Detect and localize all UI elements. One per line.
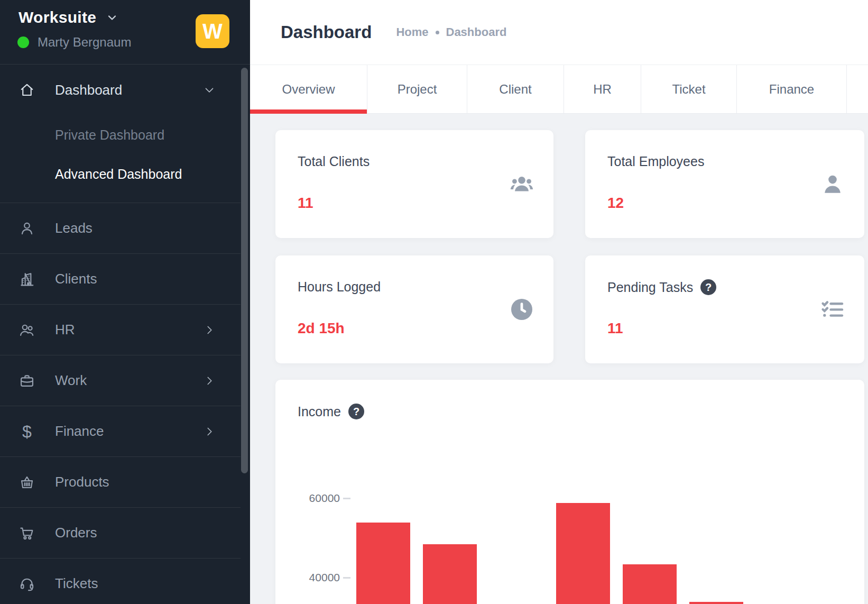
card-title: Total Clients	[298, 154, 370, 169]
chevron-down-icon	[202, 83, 216, 97]
help-icon[interactable]: ?	[700, 279, 716, 295]
sidebar-subitem-private-dashboard[interactable]: Private Dashboard	[0, 115, 241, 154]
tab-project[interactable]: Project	[367, 65, 467, 113]
stat-card-total-clients: Total Clients11	[275, 130, 553, 238]
sidebar-scrollbar[interactable]	[241, 68, 248, 473]
checklist-icon	[820, 297, 845, 322]
tab-label: Overview	[282, 82, 335, 97]
breadcrumb: HomeDashboard	[396, 25, 506, 39]
home-icon	[19, 81, 35, 98]
sidebar-item-label: Work	[55, 372, 87, 389]
menu-spacer	[0, 194, 241, 203]
tab-label: Ticket	[672, 82, 705, 97]
user-status: Marty Bergnaum	[17, 35, 131, 50]
income-card: Income ? 6000040000	[275, 380, 864, 604]
main-area: Dashboard HomeDashboard OverviewProjectC…	[250, 0, 868, 604]
stat-card-total-employees: Total Employees12	[585, 130, 864, 238]
headset-icon	[19, 575, 35, 592]
card-title-row: Hours Logged	[298, 279, 381, 295]
stat-card-pending-tasks: Pending Tasks?11	[585, 255, 864, 363]
chevron-right-icon	[202, 323, 216, 337]
sidebar-item-label: Dashboard	[55, 82, 122, 98]
brand-name: Worksuite	[19, 8, 96, 26]
sidebar-item-finance[interactable]: $Finance	[0, 406, 241, 456]
group-icon	[509, 171, 534, 197]
card-title: Pending Tasks	[607, 280, 693, 295]
sidebar-item-label: Orders	[55, 525, 97, 541]
help-icon[interactable]: ?	[348, 404, 364, 419]
income-bar[interactable]	[623, 564, 677, 604]
y-axis-tick-label: 60000	[292, 492, 340, 505]
sidebar-subitem-label: Advanced Dashboard	[55, 167, 182, 182]
sidebar-item-label: Finance	[55, 423, 104, 440]
card-value: 11	[298, 195, 313, 212]
dashboard-content: Income ? 6000040000 Total Clients11Total…	[250, 114, 868, 604]
building-icon	[19, 271, 35, 288]
sidebar-subitem-advanced-dashboard[interactable]: Advanced Dashboard	[0, 154, 241, 194]
income-title: Income	[298, 404, 341, 419]
card-value: 12	[607, 195, 624, 212]
clock-icon	[509, 297, 534, 322]
sidebar-item-label: Leads	[55, 220, 93, 236]
basket-icon	[19, 474, 35, 491]
card-title-row: Total Clients	[298, 154, 370, 169]
briefcase-icon	[19, 372, 35, 389]
income-bar[interactable]	[356, 523, 410, 604]
sidebar: Worksuite Marty Bergnaum W DashboardPriv…	[0, 0, 250, 604]
card-title: Hours Logged	[298, 279, 381, 295]
sidebar-item-work[interactable]: Work	[0, 355, 241, 406]
tab-label: Client	[499, 82, 531, 97]
users-icon	[19, 322, 35, 338]
app-logo[interactable]: W	[196, 14, 229, 48]
sidebar-item-label: HR	[55, 322, 75, 338]
income-bar[interactable]	[689, 602, 743, 604]
tab-finance[interactable]: Finance	[737, 65, 847, 113]
dashboard-tabs: OverviewProjectClientHRTicketFinance	[250, 65, 868, 114]
y-axis-tick: 60000	[292, 492, 350, 505]
card-title-row: Pending Tasks?	[607, 279, 716, 295]
income-bar[interactable]	[556, 503, 610, 604]
sidebar-subitem-label: Private Dashboard	[55, 127, 164, 143]
income-bar[interactable]	[423, 544, 477, 604]
tab-label: Project	[398, 82, 437, 97]
card-value: 11	[607, 320, 623, 337]
tab-label: Finance	[769, 82, 814, 97]
chevron-right-icon	[202, 425, 216, 438]
breadcrumb-item-home[interactable]: Home	[396, 25, 428, 39]
tab-client[interactable]: Client	[467, 65, 564, 113]
sidebar-header: Worksuite Marty Bergnaum W	[0, 0, 250, 65]
sidebar-item-orders[interactable]: Orders	[0, 507, 241, 558]
tab-overflow	[847, 65, 868, 113]
sidebar-item-leads[interactable]: Leads	[0, 203, 241, 253]
tab-hr[interactable]: HR	[564, 65, 641, 113]
cart-icon	[19, 525, 35, 542]
dollar-icon: $	[19, 423, 35, 440]
chevron-down-icon	[106, 11, 118, 24]
card-value: 2d 15h	[298, 320, 345, 337]
online-status-dot	[17, 36, 29, 48]
sidebar-item-products[interactable]: Products	[0, 456, 241, 507]
chevron-right-icon	[202, 374, 216, 388]
card-title-row: Total Employees	[607, 154, 704, 169]
page-header: Dashboard HomeDashboard	[250, 0, 868, 65]
sidebar-item-clients[interactable]: Clients	[0, 253, 241, 304]
user-name: Marty Bergnaum	[38, 35, 131, 50]
sidebar-item-label: Products	[55, 474, 109, 490]
sidebar-item-dashboard[interactable]: Dashboard	[0, 65, 241, 115]
sidebar-item-label: Clients	[55, 271, 97, 287]
page-title: Dashboard	[281, 22, 372, 42]
breadcrumb-item-dashboard: Dashboard	[446, 25, 507, 39]
tab-ticket[interactable]: Ticket	[641, 65, 737, 113]
sidebar-item-label: Tickets	[55, 575, 98, 592]
sidebar-item-hr[interactable]: HR	[0, 304, 241, 355]
sidebar-item-tickets[interactable]: Tickets	[0, 558, 241, 604]
user-icon	[19, 220, 35, 237]
y-axis-tick-label: 40000	[292, 571, 340, 584]
tab-overview[interactable]: Overview	[250, 65, 367, 113]
income-title-row: Income ?	[298, 404, 364, 419]
y-axis-tick-mark	[343, 577, 350, 579]
workspace-switcher[interactable]: Worksuite	[19, 8, 118, 26]
card-title: Total Employees	[607, 154, 704, 169]
y-axis-tick: 40000	[292, 571, 350, 584]
tab-label: HR	[593, 82, 612, 97]
